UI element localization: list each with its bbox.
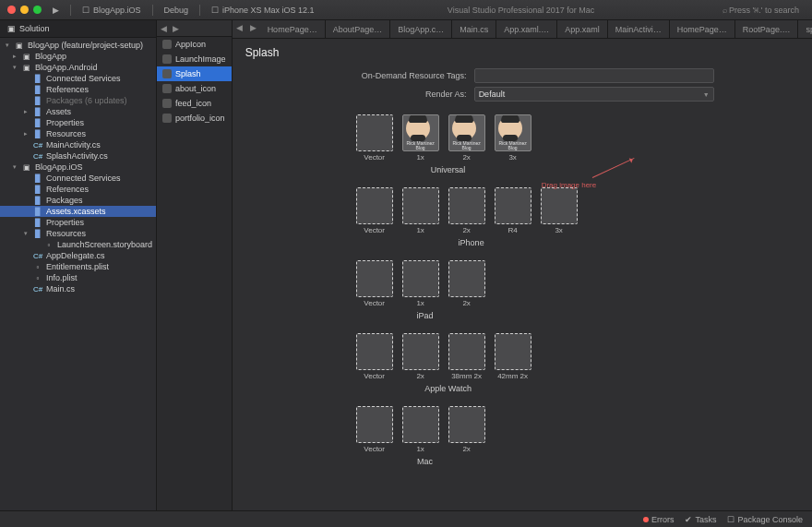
slot-label: Vector: [364, 372, 385, 380]
slot-label: 3x: [555, 226, 562, 234]
tree-item[interactable]: ▫Entitlements.plist: [0, 261, 156, 272]
asset-row[interactable]: AppIcon: [157, 37, 232, 52]
editor-tab[interactable]: MainActivi…: [608, 20, 670, 38]
status-tasks[interactable]: ✔ Tasks: [685, 515, 716, 524]
image-slot[interactable]: Vector: [356, 260, 393, 307]
image-slot[interactable]: Vector: [356, 406, 393, 453]
tab-nav-back-icon[interactable]: ◀: [233, 20, 246, 38]
back-icon[interactable]: ◀: [161, 24, 167, 33]
tree-item[interactable]: C#AppDelegate.cs: [0, 250, 156, 261]
editor-tab[interactable]: AboutPage…: [326, 20, 391, 38]
zoom-icon[interactable]: [33, 6, 42, 14]
set-caption: iPad: [356, 311, 495, 320]
solution-root[interactable]: ▾▣BlogApp (feature/project-setup): [0, 40, 156, 51]
image-slot[interactable]: Vector: [356, 187, 393, 234]
set-caption: Mac: [356, 457, 495, 466]
tree-item[interactable]: ▸▉Assets: [0, 106, 156, 117]
app-title: Visual Studio Professional 2017 for Mac: [326, 6, 717, 15]
tree-item[interactable]: ▉References: [0, 184, 156, 195]
tree-item[interactable]: ▉Properties: [0, 117, 156, 128]
editor-tab[interactable]: App.xaml.…: [496, 20, 557, 38]
annotation-text: Drag image here: [542, 181, 597, 189]
image-slot[interactable]: 42mm 2x: [495, 333, 531, 380]
asset-icon: [162, 114, 172, 123]
image-slot[interactable]: R4: [495, 187, 531, 234]
image-slot[interactable]: Rick MartinezBlog3x: [495, 114, 531, 162]
solution-tree[interactable]: ▾▣BlogApp (feature/project-setup)▸▣BlogA…: [0, 38, 156, 510]
render-label: Render As:: [356, 90, 467, 99]
tree-item[interactable]: ▉Assets.xcassets: [0, 206, 156, 217]
tree-item[interactable]: ▉Connected Services: [0, 173, 156, 184]
asset-list-nav[interactable]: ◀▶: [157, 20, 232, 37]
render-select[interactable]: Default▼: [474, 87, 714, 102]
asset-icon: [162, 84, 172, 93]
asset-row[interactable]: portfolio_icon: [157, 111, 232, 126]
image-slot[interactable]: 2x: [448, 260, 485, 307]
tree-item[interactable]: ▾▉Resources: [0, 228, 156, 239]
tree-item[interactable]: ▾▣BlogApp.iOS: [0, 162, 156, 173]
tree-item[interactable]: C#MainActivity.cs: [0, 139, 156, 150]
editor-tab[interactable]: HomePage…: [670, 20, 735, 38]
editor-tab[interactable]: App.xaml: [557, 20, 608, 38]
set-caption: Apple Watch: [356, 384, 541, 393]
editor-tab[interactable]: Main.cs: [452, 20, 496, 38]
editor-tab[interactable]: HomePage…: [260, 20, 326, 38]
tree-item[interactable]: ▫Info.plist: [0, 272, 156, 283]
asset-row[interactable]: LaunchImage: [157, 52, 232, 66]
image-slot[interactable]: Rick MartinezBlog1x: [402, 114, 439, 162]
tree-item[interactable]: ▉Properties: [0, 217, 156, 228]
slot-label: 2x: [462, 299, 470, 307]
project-selector[interactable]: ☐ BlogApp.iOS: [77, 4, 147, 17]
tab-nav-fwd-icon[interactable]: ▶: [246, 20, 260, 38]
tree-item[interactable]: ▸▉Resources: [0, 128, 156, 139]
asset-row[interactable]: about_icon: [157, 81, 232, 96]
image-slot[interactable]: 2x: [448, 187, 485, 234]
config-selector[interactable]: Debug: [159, 4, 195, 17]
image-slot[interactable]: 1x: [402, 260, 439, 307]
image-slot[interactable]: 1x: [402, 406, 439, 453]
run-button[interactable]: ▶: [47, 4, 65, 17]
solution-panel: ▣ Solution ▾▣BlogApp (feature/project-se…: [0, 20, 157, 510]
image-slot[interactable]: 2x: [402, 333, 439, 380]
slot-label: Vector: [364, 226, 385, 234]
slot-label: 2x: [462, 226, 470, 234]
editor-tab[interactable]: RootPage.…: [735, 20, 799, 38]
tree-item[interactable]: ▸▣BlogApp: [0, 51, 156, 62]
image-slot[interactable]: Vector: [356, 114, 393, 162]
image-slot[interactable]: 3x: [541, 187, 578, 234]
editor-tab[interactable]: BlogApp.c…: [390, 20, 452, 38]
image-slot[interactable]: Rick MartinezBlog2x: [448, 114, 485, 162]
tree-item[interactable]: ▉Packages: [0, 195, 156, 206]
tree-item[interactable]: ▾▣BlogApp.Android: [0, 62, 156, 73]
slot-label: Vector: [364, 299, 385, 307]
tree-item[interactable]: ▫LaunchScreen.storyboard: [0, 239, 156, 250]
image-slot[interactable]: 38mm 2x: [448, 333, 485, 380]
asset-icon: [162, 40, 172, 49]
slot-label: 2x: [462, 153, 470, 162]
image-slot[interactable]: 2x: [448, 406, 485, 453]
window-controls[interactable]: [7, 6, 42, 14]
image-slot[interactable]: 1x: [402, 187, 439, 234]
tags-input[interactable]: [474, 68, 714, 83]
close-icon[interactable]: [7, 6, 16, 14]
tree-item[interactable]: ▉Packages (6 updates): [0, 95, 156, 106]
tree-item[interactable]: ▉Connected Services: [0, 73, 156, 84]
search-hint[interactable]: ⌕ Press '⌘.' to search: [722, 6, 805, 15]
device-selector[interactable]: ☐ iPhone XS Max iOS 12.1: [206, 4, 320, 17]
asset-row[interactable]: feed_icon: [157, 96, 232, 111]
asset-icon: [162, 99, 172, 108]
asset-row[interactable]: Splash: [157, 66, 232, 81]
slot-label: 1x: [416, 153, 424, 162]
forward-icon[interactable]: ▶: [173, 24, 179, 33]
image-slot[interactable]: Vector: [356, 333, 393, 380]
status-package-console[interactable]: ☐ Package Console: [727, 515, 803, 524]
status-errors[interactable]: Errors: [643, 515, 675, 524]
minimize-icon[interactable]: [20, 6, 29, 14]
editor-tab[interactable]: splash_scr…: [798, 20, 812, 38]
slot-label: Vector: [364, 153, 385, 162]
tab-strip[interactable]: ◀ ▶ HomePage…AboutPage…BlogApp.c…Main.cs…: [233, 20, 812, 39]
tree-item[interactable]: ▉References: [0, 84, 156, 95]
tree-item[interactable]: C#SplashActivity.cs: [0, 150, 156, 162]
slot-label: 1x: [416, 226, 424, 234]
tree-item[interactable]: C#Main.cs: [0, 283, 156, 294]
